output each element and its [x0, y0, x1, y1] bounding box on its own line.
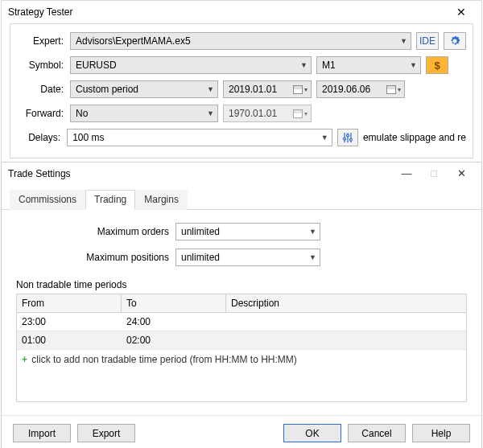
cell-from: 23:00 — [17, 313, 122, 331]
plus-icon: + — [22, 354, 27, 365]
delays-hint: emulate slippage and re — [363, 132, 466, 143]
period-value: Custom period — [76, 84, 138, 95]
symbol-properties-button[interactable]: $ — [426, 56, 448, 74]
forward-select[interactable]: No ▼ — [70, 105, 218, 122]
cell-from: 01:00 — [17, 331, 122, 349]
timeframe-select[interactable]: M1 ▼ — [316, 56, 421, 74]
table-row[interactable]: 23:00 24:00 — [17, 313, 466, 331]
forward-date-input: 1970.01.01 ▾ — [223, 105, 312, 122]
timeperiods-grid: From To Description 23:00 24:00 01:00 02… — [16, 294, 467, 402]
tab-margins[interactable]: Margins — [135, 190, 188, 210]
symbol-select[interactable]: EURUSD ▼ — [70, 56, 312, 74]
strategy-tester-panel: Strategy Tester ✕ Expert: Advisors\Exper… — [1, 0, 482, 167]
svg-point-4 — [346, 134, 349, 137]
calendar-icon — [293, 85, 303, 94]
forward-date-value: 1970.01.01 — [229, 108, 277, 119]
close-icon[interactable]: ✕ — [449, 6, 473, 18]
tab-trading[interactable]: Trading — [85, 190, 135, 210]
calendar-icon — [293, 109, 303, 118]
strategy-tester-title: Strategy Tester — [8, 6, 72, 18]
timeperiods-section-title: Non tradable time periods — [16, 279, 467, 290]
help-button[interactable]: Help — [412, 424, 470, 442]
close-button[interactable]: ✕ — [448, 167, 475, 179]
period-select[interactable]: Custom period ▼ — [70, 80, 218, 98]
forward-value: No — [76, 108, 88, 119]
date-label: Date: — [17, 84, 65, 95]
chevron-down-icon: ▾ — [304, 110, 308, 117]
add-period-row[interactable]: + click to add non tradable time period … — [17, 350, 466, 369]
expert-label: Expert: — [17, 35, 65, 47]
trade-settings-tabs: Commissions Trading Margins — [2, 189, 481, 210]
ok-button[interactable]: OK — [283, 424, 341, 442]
max-positions-select[interactable]: unlimited ▼ — [175, 249, 320, 266]
cell-to: 24:00 — [122, 313, 226, 331]
date-from-input[interactable]: 2019.01.01 ▾ — [223, 80, 312, 98]
delays-value: 100 ms — [72, 132, 104, 143]
max-orders-label: Maximum orders — [16, 226, 169, 237]
gear-icon[interactable] — [444, 32, 466, 50]
ide-button[interactable]: IDE — [416, 32, 439, 50]
timeframe-value: M1 — [322, 60, 336, 71]
cell-desc — [226, 331, 466, 349]
symbol-label: Symbol: — [17, 60, 65, 71]
symbol-value: EURUSD — [76, 60, 117, 71]
col-description[interactable]: Description — [226, 294, 466, 312]
chevron-down-icon: ▼ — [300, 61, 308, 69]
add-hint: click to add non tradable time period (f… — [31, 354, 296, 365]
delays-label: Delays: — [17, 132, 62, 143]
import-button[interactable]: Import — [13, 424, 71, 442]
chevron-down-icon: ▼ — [410, 61, 417, 69]
svg-point-5 — [349, 138, 352, 141]
col-from[interactable]: From — [17, 294, 122, 312]
minimize-button[interactable]: — — [393, 167, 420, 179]
max-positions-label: Maximum positions — [16, 252, 169, 263]
max-orders-value: unlimited — [181, 226, 220, 237]
calendar-icon — [386, 85, 396, 94]
chevron-down-icon: ▾ — [398, 86, 401, 93]
table-row[interactable]: 01:00 02:00 — [17, 331, 466, 350]
tab-commissions[interactable]: Commissions — [10, 190, 85, 210]
chevron-down-icon: ▾ — [304, 86, 308, 93]
date-to-input[interactable]: 2019.06.06 ▾ — [316, 80, 405, 98]
chevron-down-icon: ▼ — [309, 228, 316, 236]
date-from-value: 2019.01.01 — [229, 84, 277, 95]
trade-settings-title: Trade Settings — [8, 168, 71, 179]
cancel-button[interactable]: Cancel — [348, 424, 406, 442]
grid-empty — [17, 369, 466, 401]
chevron-down-icon: ▼ — [207, 109, 214, 117]
cell-desc — [226, 313, 466, 331]
col-to[interactable]: To — [122, 294, 226, 312]
max-positions-value: unlimited — [181, 252, 220, 263]
chevron-down-icon: ▼ — [207, 85, 214, 93]
chevron-down-icon: ▼ — [309, 253, 316, 261]
strategy-tester-titlebar: Strategy Tester ✕ — [2, 1, 481, 23]
svg-point-3 — [343, 138, 345, 140]
date-to-value: 2019.06.06 — [322, 84, 370, 95]
trade-settings-button[interactable] — [337, 129, 358, 146]
chevron-down-icon: ▼ — [321, 134, 328, 142]
trade-settings-titlebar: Trade Settings — □ ✕ — [2, 162, 481, 184]
max-orders-select[interactable]: unlimited ▼ — [175, 223, 320, 240]
chevron-down-icon: ▼ — [400, 37, 407, 45]
trade-settings-dialog: Trade Settings — □ ✕ Commissions Trading… — [1, 162, 482, 448]
forward-label: Forward: — [17, 108, 65, 119]
export-button[interactable]: Export — [77, 424, 135, 442]
expert-select[interactable]: Advisors\ExpertMAMA.ex5 ▼ — [70, 32, 411, 50]
delays-select[interactable]: 100 ms ▼ — [67, 129, 332, 146]
cell-to: 02:00 — [122, 331, 226, 349]
dialog-buttons: Import Export OK Cancel Help — [2, 415, 481, 448]
expert-value: Advisors\ExpertMAMA.ex5 — [76, 35, 191, 47]
maximize-button: □ — [420, 167, 448, 179]
grid-header: From To Description — [17, 294, 466, 313]
